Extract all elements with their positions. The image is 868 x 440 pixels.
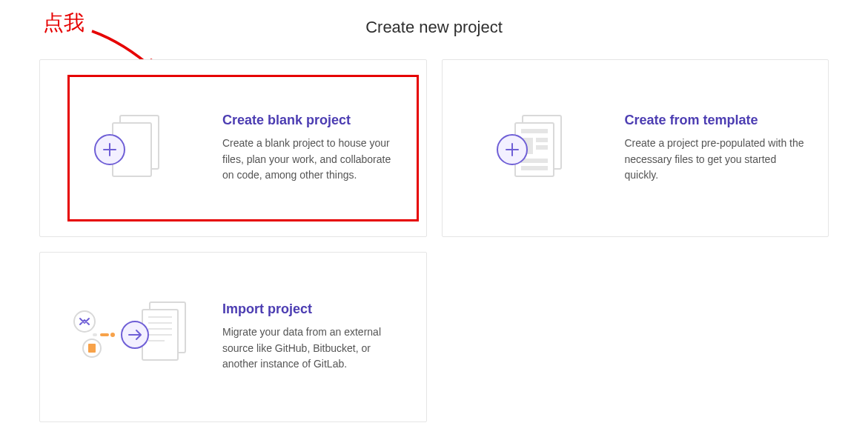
card-description: Create a blank project to house your fil… (222, 136, 405, 184)
svg-rect-12 (521, 166, 548, 170)
svg-rect-25 (100, 333, 109, 336)
card-create-from-template[interactable]: Create from template Create a project pr… (442, 59, 829, 237)
svg-rect-11 (521, 159, 548, 163)
svg-rect-26 (93, 333, 97, 336)
cards-container: Create blank project Create a blank proj… (0, 44, 868, 437)
card-create-blank-project[interactable]: Create blank project Create a blank proj… (39, 59, 427, 237)
svg-point-24 (110, 333, 115, 337)
svg-rect-29 (88, 344, 96, 353)
card-title: Import project (222, 301, 405, 317)
svg-rect-9 (536, 138, 548, 142)
card-title: Create blank project (222, 113, 405, 128)
svg-rect-7 (521, 129, 548, 133)
annotation-label: 点我 (43, 9, 85, 37)
page-title: Create new project (0, 0, 868, 44)
card-import-project[interactable]: Import project Migrate your data from an… (39, 252, 427, 422)
svg-rect-10 (536, 145, 548, 150)
template-illustration (463, 111, 604, 185)
import-illustration (61, 296, 202, 378)
card-description: Create a project pre-populated with the … (625, 136, 808, 184)
card-description: Migrate your data from an external sourc… (222, 324, 405, 373)
card-title: Create from template (625, 113, 808, 128)
blank-project-illustration (61, 111, 202, 185)
svg-point-27 (74, 311, 95, 332)
